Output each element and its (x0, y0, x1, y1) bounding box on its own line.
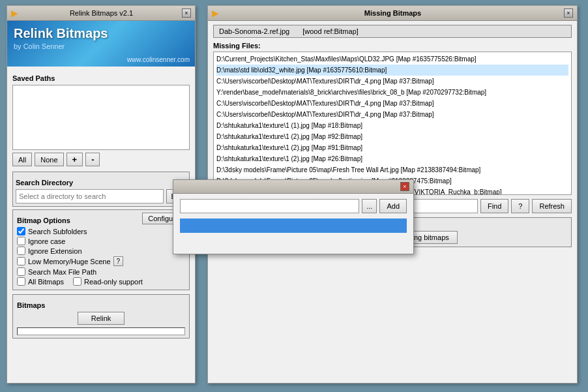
bitmap-options-label: Bitmap Options (17, 217, 70, 224)
search-max-file-path-label: Search Max File Path (28, 268, 96, 276)
bitmap-options-section: Bitmap Options Configure Search Subfolde… (12, 209, 190, 290)
file-list-item[interactable]: D:\mats\std lib\old32_white.jpg [Map #16… (216, 65, 568, 76)
file-list-item[interactable]: D:\Current_Projects\Kitchen_Stas\Maxfile… (216, 53, 568, 65)
bitmaps-label: Bitmaps (17, 301, 185, 309)
file-list[interactable]: D:\Current_Projects\Kitchen_Stas\Maxfile… (213, 52, 572, 195)
bitmaps-section: Bitmaps Relink (12, 294, 190, 339)
dialog-dots-button[interactable]: ... (362, 199, 377, 213)
dialog-progress-bar (180, 219, 407, 233)
banner-subtitle: by Colin Senner (14, 42, 188, 50)
file-list-item[interactable]: C:\Users\viscorbel\Desktop\MAT\Textures\… (216, 76, 568, 87)
file-list-item[interactable]: D:\shtukaturka1\texture\1 (2).jpg [Map #… (216, 153, 568, 164)
banner-title: Relink Bitmaps (14, 26, 188, 41)
file-list-item[interactable]: D:\shtukaturka1\texture\1 (2).jpg [Map #… (216, 142, 568, 153)
arrow-icon-right: ▶ (212, 8, 219, 18)
add-path-button[interactable]: + (66, 153, 83, 166)
right-panel-close-btn[interactable]: × (564, 8, 573, 18)
dialog-add-button[interactable]: Add (379, 199, 407, 213)
low-memory-label: Low Memory/Huge Scene (28, 258, 111, 265)
dialog-popup: × ... Add (173, 179, 414, 254)
current-map-type: [wood ref:Bitmap] (302, 27, 359, 35)
low-memory-row: Low Memory/Huge Scene ? (17, 256, 185, 266)
saved-paths-box (12, 85, 190, 150)
file-list-item[interactable]: C:\Users\viscorbel\Desktop\MAT\Textures\… (216, 98, 568, 109)
current-filename: Dab-Sonoma-2.ref.jpg (219, 27, 289, 35)
file-info-bar: Dab-Sonoma-2.ref.jpg [wood ref:Bitmap] (213, 25, 572, 38)
remove-path-button[interactable]: - (85, 153, 100, 166)
dialog-content: ... Add (173, 194, 413, 238)
progress-bar (17, 327, 185, 335)
file-list-item[interactable]: C:\Users\viscorbel\Desktop\MAT\Textures\… (216, 109, 568, 120)
search-max-file-path-checkbox[interactable] (17, 267, 25, 276)
banner-url: www.colinsenner.com (127, 56, 190, 63)
search-dir-row: B... (16, 189, 186, 204)
saved-paths-label: Saved Paths (12, 74, 190, 82)
low-memory-checkbox[interactable] (17, 257, 25, 265)
left-title-bar: ▶ Relink Bitmaps v2.1 × (7, 6, 195, 21)
right-title-bar: ▶ Missing Bitmaps × (208, 6, 577, 21)
search-subfolders-row: Search Subfolders (17, 227, 185, 235)
left-panel-close-btn[interactable]: × (182, 8, 191, 18)
left-content: Saved Paths All None + - Search Director… (7, 67, 195, 342)
ignore-extension-label: Ignore Extension (28, 247, 82, 255)
search-subfolders-checkbox[interactable] (17, 227, 25, 235)
low-memory-help-button[interactable]: ? (113, 256, 124, 266)
find-button[interactable]: Find (480, 199, 508, 213)
dialog-input-row: ... Add (180, 199, 407, 213)
search-subfolders-label: Search Subfolders (28, 228, 87, 235)
ignore-case-label: Ignore case (28, 237, 65, 245)
all-button[interactable]: All (12, 153, 32, 166)
file-list-item[interactable]: D:\shtukaturka1\texture\1 (1).jpg [Map #… (216, 120, 568, 131)
read-only-checkbox[interactable] (73, 277, 81, 286)
refresh-button[interactable]: Refresh (532, 199, 572, 213)
left-panel: ▶ Relink Bitmaps v2.1 × Relink Bitmaps b… (7, 5, 196, 384)
file-list-item[interactable]: D:\3dsky models\Frame\Picture 05\map\Fre… (216, 164, 568, 175)
file-list-item[interactable]: D:\shtukaturka1\texture\1 (2).jpg [Map #… (216, 131, 568, 142)
search-max-file-path-row: Search Max File Path (17, 267, 185, 276)
missing-files-label: Missing Files: (213, 42, 572, 50)
arrow-icon-left: ▶ (11, 8, 18, 18)
all-bitmaps-checkbox[interactable] (17, 277, 25, 286)
left-panel-title: Relink Bitmaps v2.1 (70, 9, 133, 17)
find-help-button[interactable]: ? (511, 199, 529, 213)
search-directory-label: Search Directory (16, 179, 186, 187)
none-button[interactable]: None (35, 153, 63, 166)
read-only-label: Read-only support (84, 278, 143, 286)
ignore-case-checkbox[interactable] (17, 237, 25, 245)
banner: Relink Bitmaps by Colin Senner www.colin… (7, 21, 195, 67)
right-panel-title: Missing Bitmaps (222, 9, 564, 17)
ignore-case-row: Ignore case (17, 237, 185, 245)
ignore-extension-row: Ignore Extension (17, 247, 185, 255)
dialog-title-bar: × (173, 180, 413, 194)
all-bitmaps-row: All Bitmaps Read-only support (17, 277, 185, 286)
search-directory-section: Search Directory B... (12, 172, 190, 207)
search-input[interactable] (16, 189, 164, 204)
dialog-close-button[interactable]: × (400, 182, 409, 191)
dialog-input[interactable] (180, 199, 359, 213)
all-bitmaps-label: All Bitmaps (28, 278, 64, 286)
file-list-item[interactable]: Y:\render\base_model\materials\8_brick\a… (216, 87, 568, 98)
file-list-section: D:\Current_Projects\Kitchen_Stas\Maxfile… (213, 52, 572, 195)
saved-paths-buttons: All None + - (12, 153, 190, 166)
ignore-extension-checkbox[interactable] (17, 247, 25, 255)
relink-button[interactable]: Relink (78, 312, 125, 325)
